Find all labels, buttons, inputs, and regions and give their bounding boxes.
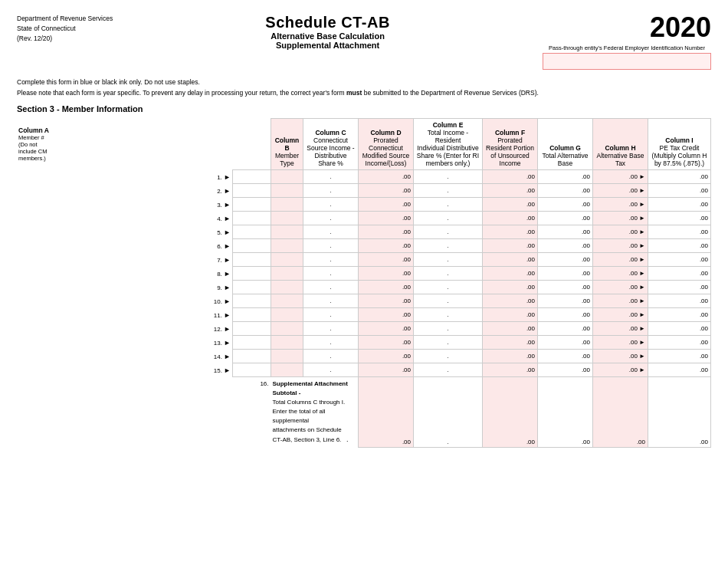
col-f-cell[interactable] xyxy=(483,267,538,281)
col-i-cell[interactable] xyxy=(648,322,711,336)
col-i-input[interactable] xyxy=(651,339,708,346)
col-b-input[interactable] xyxy=(274,339,300,346)
col-h-cell[interactable]: .00 ► xyxy=(593,322,648,336)
col-b-cell[interactable] xyxy=(271,253,303,267)
col-g-cell[interactable] xyxy=(538,225,593,239)
col-g-input[interactable] xyxy=(540,325,590,332)
col-f-input[interactable] xyxy=(485,325,535,332)
col-f-cell[interactable] xyxy=(483,225,538,239)
col-g-input[interactable] xyxy=(540,215,590,222)
col-b-input[interactable] xyxy=(274,284,300,291)
col-f-cell[interactable] xyxy=(483,253,538,267)
col-g-input[interactable] xyxy=(540,242,590,249)
col-h-cell[interactable]: .00 ► xyxy=(593,336,648,350)
col-f-cell[interactable] xyxy=(483,322,538,336)
col-a-input-cell[interactable] xyxy=(233,322,271,336)
col-h-cell[interactable]: .00 ► xyxy=(593,294,648,308)
subtotal-i-input[interactable] xyxy=(651,439,708,445)
col-d-cell[interactable] xyxy=(359,350,414,363)
col-a-input[interactable] xyxy=(235,256,268,263)
col-h-cell[interactable]: .00 ► xyxy=(593,198,648,212)
col-b-cell[interactable] xyxy=(271,322,303,336)
col-e-cell[interactable] xyxy=(414,225,483,239)
col-i-cell[interactable] xyxy=(648,184,711,198)
col-f-input[interactable] xyxy=(485,173,535,180)
col-d-cell[interactable] xyxy=(359,212,414,225)
col-i-input[interactable] xyxy=(651,366,708,373)
col-d-input[interactable] xyxy=(361,284,411,291)
col-e-cell[interactable] xyxy=(414,267,483,281)
col-f-input[interactable] xyxy=(485,311,535,318)
col-a-input[interactable] xyxy=(235,242,268,249)
col-e-cell[interactable] xyxy=(414,308,483,322)
col-b-input[interactable] xyxy=(274,270,300,277)
col-a-input[interactable] xyxy=(235,366,268,373)
col-d-input[interactable] xyxy=(361,297,411,304)
col-a-input-cell[interactable] xyxy=(233,336,271,350)
col-g-cell[interactable] xyxy=(538,350,593,363)
col-c-cell[interactable] xyxy=(303,225,359,239)
col-c-cell[interactable] xyxy=(303,336,359,350)
col-c-cell[interactable] xyxy=(303,212,359,225)
col-a-input-cell[interactable] xyxy=(233,294,271,308)
col-i-input[interactable] xyxy=(651,325,708,332)
subtotal-d[interactable] xyxy=(359,377,414,448)
col-b-input[interactable] xyxy=(274,201,300,208)
col-i-cell[interactable] xyxy=(648,281,711,294)
subtotal-i[interactable] xyxy=(648,377,711,448)
col-f-cell[interactable] xyxy=(483,308,538,322)
subtotal-h-input[interactable] xyxy=(595,439,645,445)
col-d-cell[interactable] xyxy=(359,239,414,253)
col-g-input[interactable] xyxy=(540,173,590,180)
col-h-cell[interactable]: .00 ► xyxy=(593,350,648,363)
col-b-cell[interactable] xyxy=(271,225,303,239)
col-d-input[interactable] xyxy=(361,311,411,318)
col-a-input[interactable] xyxy=(235,215,268,222)
col-b-cell[interactable] xyxy=(271,198,303,212)
col-a-input[interactable] xyxy=(235,173,268,180)
col-a-input-cell[interactable] xyxy=(233,308,271,322)
col-f-input[interactable] xyxy=(485,284,535,291)
col-i-input[interactable] xyxy=(651,311,708,318)
col-b-cell[interactable] xyxy=(271,170,303,184)
col-b-cell[interactable] xyxy=(271,336,303,350)
col-c-cell[interactable] xyxy=(303,350,359,363)
col-d-input[interactable] xyxy=(361,270,411,277)
col-i-cell[interactable] xyxy=(648,363,711,377)
col-d-input[interactable] xyxy=(361,215,411,222)
col-a-input-cell[interactable] xyxy=(233,212,271,225)
col-f-input[interactable] xyxy=(485,242,535,249)
col-e-input[interactable] xyxy=(422,187,473,194)
col-e-input[interactable] xyxy=(422,339,473,346)
col-c-input[interactable] xyxy=(311,242,351,249)
col-i-cell[interactable] xyxy=(648,308,711,322)
col-a-input[interactable] xyxy=(235,187,268,194)
col-c-input[interactable] xyxy=(311,311,351,318)
col-f-input[interactable] xyxy=(485,187,535,194)
col-g-cell[interactable] xyxy=(538,239,593,253)
col-a-input-cell[interactable] xyxy=(233,363,271,377)
col-a-input-cell[interactable] xyxy=(233,253,271,267)
col-a-input[interactable] xyxy=(235,297,268,304)
col-c-cell[interactable] xyxy=(303,198,359,212)
subtotal-g[interactable] xyxy=(538,377,593,448)
col-d-input[interactable] xyxy=(361,353,411,360)
col-i-input[interactable] xyxy=(651,270,708,277)
col-f-cell[interactable] xyxy=(483,281,538,294)
col-f-input[interactable] xyxy=(485,366,535,373)
col-e-cell[interactable] xyxy=(414,198,483,212)
col-h-cell[interactable]: .00 ► xyxy=(593,225,648,239)
col-d-input[interactable] xyxy=(361,201,411,208)
col-g-input[interactable] xyxy=(540,339,590,346)
col-g-input[interactable] xyxy=(540,353,590,360)
col-i-cell[interactable] xyxy=(648,336,711,350)
col-i-cell[interactable] xyxy=(648,239,711,253)
col-g-input[interactable] xyxy=(540,256,590,263)
col-e-cell[interactable] xyxy=(414,322,483,336)
col-g-input[interactable] xyxy=(540,284,590,291)
col-a-input[interactable] xyxy=(235,270,268,277)
col-e-input[interactable] xyxy=(422,270,473,277)
col-b-input[interactable] xyxy=(274,215,300,222)
col-c-input[interactable] xyxy=(311,284,351,291)
col-b-input[interactable] xyxy=(274,242,300,249)
